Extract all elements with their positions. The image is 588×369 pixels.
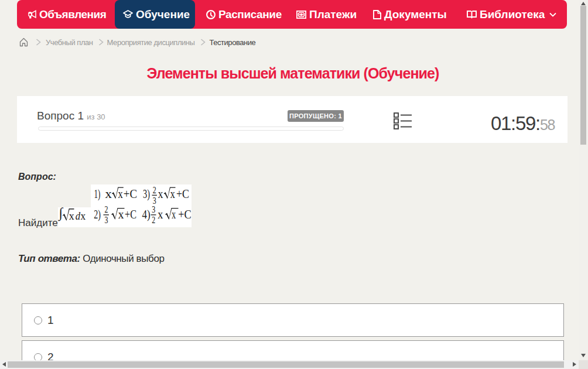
svg-text:x: x (105, 186, 111, 201)
svg-text:3: 3 (152, 204, 155, 214)
svg-text:3): 3) (143, 187, 150, 201)
svg-text:+C: +C (124, 186, 137, 201)
svg-text:2: 2 (152, 215, 155, 225)
svg-text:1): 1) (94, 187, 101, 201)
svg-text:x: x (170, 186, 175, 201)
svg-text:2): 2) (94, 207, 101, 221)
svg-text:+C: +C (125, 207, 136, 221)
svg-text:x: x (69, 210, 74, 222)
svg-text:d: d (76, 210, 81, 222)
svg-text:4): 4) (142, 207, 150, 221)
svg-text:3: 3 (104, 215, 108, 225)
svg-text:x: x (81, 210, 86, 222)
svg-text:x: x (172, 207, 176, 221)
svg-text:x: x (118, 207, 124, 221)
svg-text:+C: +C (178, 207, 192, 221)
svg-text:2: 2 (104, 204, 108, 214)
svg-text:x: x (158, 186, 163, 201)
svg-text:+C: +C (176, 186, 189, 201)
svg-text:2: 2 (153, 185, 156, 195)
svg-text:x: x (118, 186, 123, 201)
svg-text:x: x (158, 207, 163, 221)
svg-text:∫: ∫ (58, 207, 64, 221)
